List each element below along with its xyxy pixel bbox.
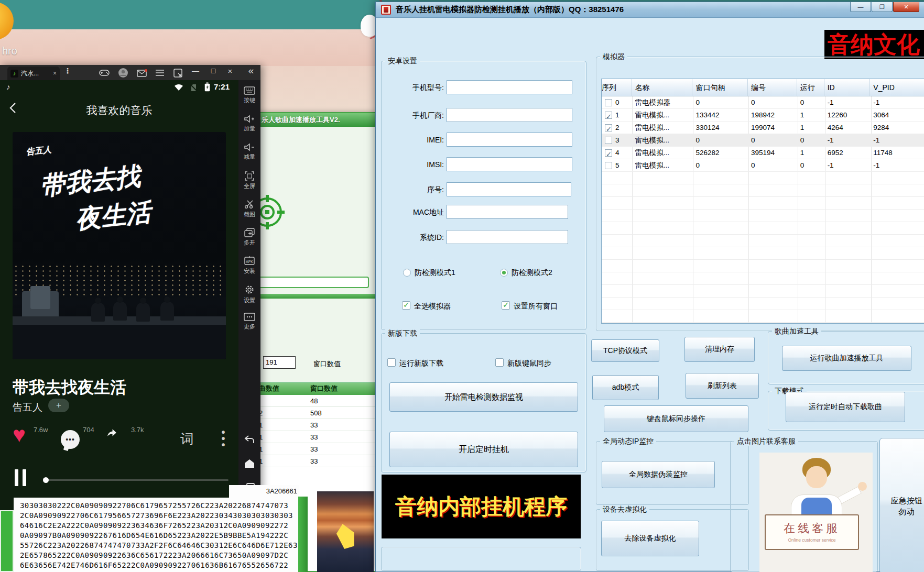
global-data-monitor-button[interactable]: 全局数据伪装监控 bbox=[602, 461, 715, 488]
system-id-input[interactable] bbox=[447, 230, 568, 244]
run-new-download-label[interactable]: 运行新版下载 bbox=[399, 359, 443, 368]
phone-model-input[interactable] bbox=[447, 80, 572, 94]
green-scrollbar-left[interactable] bbox=[0, 510, 14, 572]
serial-input[interactable] bbox=[447, 182, 571, 196]
imei-input[interactable] bbox=[447, 133, 572, 147]
emulator-row-0[interactable]: 0 雷电模拟器 0 0 0 -1 -1 bbox=[602, 96, 924, 109]
artist-name[interactable]: 告五人 bbox=[13, 401, 42, 414]
nav-back-icon[interactable] bbox=[238, 434, 260, 452]
row-checkbox[interactable] bbox=[605, 137, 612, 144]
progress-knob[interactable] bbox=[43, 477, 49, 483]
close-icon[interactable]: × bbox=[224, 67, 236, 75]
new-keymouse-sync-checkbox[interactable] bbox=[495, 358, 504, 367]
album-art[interactable]: 告五人 带我去找 夜生活 bbox=[13, 132, 226, 359]
pause-button[interactable] bbox=[15, 469, 27, 486]
progress-bar[interactable] bbox=[44, 479, 229, 481]
hex-dump-window[interactable]: 30303030222C0A09090922706C6179657255726C… bbox=[14, 498, 299, 572]
emulator-row-5[interactable]: 5 雷电模拟... 0 0 0 -1 -1 bbox=[602, 159, 924, 172]
emulator-row-2[interactable]: 2 雷电模拟... 330124 199074 1 4264 9284 bbox=[602, 122, 924, 134]
devirtualize-button[interactable]: 去除设备虚拟化 bbox=[601, 521, 699, 556]
start-timer-hangup-button[interactable]: 开启定时挂机 bbox=[389, 432, 578, 467]
adb-mode-button[interactable]: adb模式 bbox=[592, 375, 659, 400]
minimize-icon[interactable]: — bbox=[190, 67, 201, 75]
tab-close-icon[interactable]: × bbox=[53, 70, 57, 77]
set-all-windows-label[interactable]: 设置所有窗口 bbox=[514, 302, 558, 311]
emulator-table-header[interactable]: 序列 名称 窗口句柄 编号 运行 ID V_PID bbox=[602, 79, 924, 96]
mail-icon[interactable] bbox=[136, 67, 148, 79]
gamepad-icon[interactable] bbox=[99, 67, 110, 79]
follow-artist-button[interactable]: + bbox=[48, 399, 69, 412]
sidebar-item-keyboard[interactable]: 按键 bbox=[238, 86, 260, 113]
row-checkbox[interactable] bbox=[605, 112, 612, 119]
clean-memory-button[interactable]: 清理内存 bbox=[684, 337, 755, 362]
resize-window-icon[interactable] bbox=[172, 67, 183, 79]
tab-menu-icon[interactable]: ⋮ bbox=[62, 67, 73, 75]
apk-text: APK bbox=[246, 260, 253, 263]
close-button[interactable]: ✕ bbox=[893, 2, 919, 12]
figure-silhouette bbox=[136, 303, 150, 322]
select-all-emulators-checkbox[interactable] bbox=[402, 301, 410, 310]
emulator-row-4[interactable]: 4 雷电模拟... 526282 395194 1 6952 11748 bbox=[602, 147, 924, 159]
select-all-emulators-label[interactable]: 全选模拟器 bbox=[414, 302, 451, 311]
row-checkbox[interactable] bbox=[605, 149, 612, 157]
minimize-button[interactable]: — bbox=[850, 2, 871, 12]
anti-detect-mode2-label[interactable]: 防检测模式2 bbox=[512, 268, 552, 278]
like-heart-icon[interactable]: ♥ bbox=[13, 424, 26, 446]
maximize-icon[interactable]: □ bbox=[208, 67, 219, 75]
contact-service-label: 点击图片联系客服 bbox=[734, 437, 798, 446]
sidebar-item-multi-instance[interactable]: 多开 bbox=[238, 228, 260, 254]
nav-home-icon[interactable] bbox=[238, 458, 260, 476]
new-keymouse-sync-label[interactable]: 新版键鼠同步 bbox=[507, 359, 551, 368]
emergency-button[interactable]: 应急按钮 勿动 bbox=[879, 438, 924, 572]
devirtualize-label: 设备去虚拟化 bbox=[600, 505, 649, 514]
song-title: 带我去找夜生活 bbox=[13, 377, 126, 399]
row-checkbox[interactable] bbox=[605, 124, 612, 131]
start-detect-monitor-button[interactable]: 开始雷电检测数据监视 bbox=[389, 382, 578, 412]
emulator-row-1[interactable]: 1 雷电模拟... 133442 198942 1 12260 3064 bbox=[602, 109, 924, 122]
run-new-download-checkbox[interactable] bbox=[387, 358, 396, 367]
sidebar-item-fullscreen[interactable]: 全屏 bbox=[238, 171, 260, 197]
maximize-button[interactable]: ❐ bbox=[872, 2, 893, 12]
set-all-windows-checkbox[interactable] bbox=[502, 301, 510, 310]
mac-address-input[interactable] bbox=[447, 205, 568, 219]
hamburger-menu-icon[interactable] bbox=[154, 67, 166, 79]
count-input[interactable]: 191 bbox=[263, 356, 296, 369]
green-scrollbar-right[interactable] bbox=[298, 497, 308, 572]
more-options-icon[interactable]: ••• bbox=[220, 429, 226, 448]
emulator-table[interactable]: 序列 名称 窗口句柄 编号 运行 ID V_PID 0 雷电模拟器 0 0 0 … bbox=[601, 79, 924, 324]
sidebar-item-volume-down[interactable]: 减量 bbox=[238, 143, 260, 169]
refresh-list-button[interactable]: 刷新列表 bbox=[686, 373, 759, 399]
desktop: hro 音乐人歌曲加速播放工具V2. 曲数值 191 窗口数值 曲数值 bbox=[0, 0, 924, 572]
main-titlebar[interactable]: 音乐人挂机雷电模拟器防检测挂机播放（内部版）QQ：38251476 — ❐ ✕ bbox=[376, 2, 924, 18]
emulator-row-3[interactable]: 3 雷电模拟... 0 0 0 -1 -1 bbox=[602, 134, 924, 147]
auto-download-button[interactable]: 运行定时自动下载歌曲 bbox=[786, 392, 905, 422]
row-checkbox[interactable] bbox=[605, 162, 612, 169]
tool-col-window: 窗口数值 bbox=[295, 382, 375, 395]
album-artist-script: 告五人 bbox=[26, 145, 52, 158]
customer-service-image[interactable]: 在线客服 Online customer service bbox=[759, 453, 873, 572]
row-checkbox[interactable] bbox=[605, 99, 612, 106]
app-tab[interactable]: ♪ 汽水... × bbox=[7, 67, 60, 80]
sidebar-item-install-apk[interactable]: APK 安装 bbox=[238, 256, 260, 282]
anti-detect-mode2-radio[interactable] bbox=[500, 269, 508, 277]
imsi-input[interactable] bbox=[447, 157, 572, 171]
lyrics-button[interactable]: 词 bbox=[180, 430, 194, 448]
new-download-label: 新版下载 bbox=[385, 329, 420, 338]
sidebar-item-volume-up[interactable]: 加量 bbox=[238, 115, 260, 141]
collapse-sidebar-icon[interactable]: « bbox=[245, 65, 257, 76]
anti-detect-mode1-radio[interactable] bbox=[403, 269, 411, 277]
comment-icon[interactable]: ••• bbox=[61, 430, 80, 449]
phone-vendor-input[interactable] bbox=[447, 108, 572, 122]
sidebar-item-settings[interactable]: 设置 bbox=[238, 284, 260, 311]
keymouse-sync-button[interactable]: 键盘鼠标同步操作 bbox=[604, 405, 748, 432]
account-avatar-icon[interactable] bbox=[117, 67, 129, 79]
emulator-tabbar: ♪ 汽水... × ⋮ — □ × « bbox=[0, 65, 260, 80]
sidebar-item-screenshot[interactable]: 截图 bbox=[238, 200, 260, 226]
share-icon[interactable] bbox=[106, 427, 117, 438]
tcp-mode-button[interactable]: TCP协议模式 bbox=[591, 339, 659, 362]
online-service-sign: 在线客服 Online customer service bbox=[765, 514, 859, 550]
anti-detect-mode1-label[interactable]: 防检测模式1 bbox=[415, 268, 455, 278]
emulator-list-label: 模拟器 bbox=[600, 52, 627, 62]
sidebar-item-more[interactable]: 更多 bbox=[238, 313, 260, 339]
run-song-speed-button[interactable]: 运行歌曲加速播放工具 bbox=[782, 346, 911, 371]
